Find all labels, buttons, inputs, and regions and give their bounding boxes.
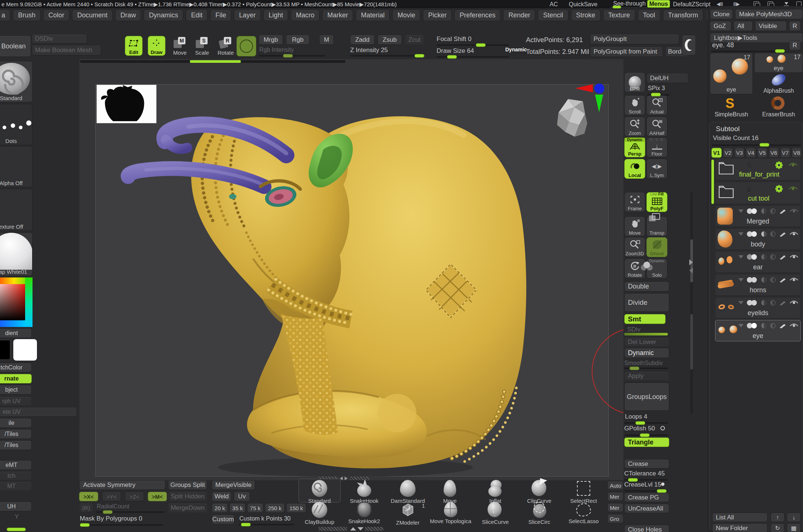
smooth-subdiv-handle[interactable] [629, 366, 639, 370]
uv-tiles-button[interactable]: /Tiles [0, 429, 32, 439]
current-tool-tile[interactable]: 17 eye [710, 53, 753, 94]
shelf-scrollbar[interactable] [690, 192, 693, 414]
ac-button[interactable]: AC [550, 1, 558, 8]
uncrease-all-button[interactable]: UnCreaseAll [624, 504, 669, 513]
clone-button[interactable]: Clone [710, 9, 733, 19]
left-tray-slider-handle[interactable] [7, 528, 26, 531]
edit-button[interactable]: Edit [125, 36, 143, 56]
subtool-tab-v7[interactable]: V7 [780, 148, 790, 158]
main-color-swatch[interactable] [13, 339, 37, 361]
viewport-canvas[interactable] [79, 59, 623, 480]
tool-name-track[interactable] [711, 51, 785, 52]
activate-symmetry-button[interactable]: Activate Symmetry [79, 480, 165, 490]
creaselvl-slider[interactable]: CreaseLvl 15 [624, 481, 661, 488]
shelf-scroll-arrow-right[interactable] [689, 259, 693, 265]
spix-handle[interactable] [651, 93, 661, 96]
subtool-tab-v2[interactable]: V2 [723, 148, 733, 158]
brush-selectlasso[interactable]: SelectLasso [563, 502, 604, 524]
folder-redo-button[interactable]: ↻ [770, 524, 785, 532]
crease-pg-button[interactable]: Crease PG [624, 493, 669, 502]
menu-item-macro[interactable]: Macro [291, 10, 320, 21]
groups-loops-button[interactable]: GroupsLoops [624, 383, 669, 411]
current-texture-tile[interactable]: exture Off [0, 189, 33, 231]
visible-count-track[interactable] [712, 144, 801, 146]
loops-handle[interactable] [635, 421, 645, 425]
menus-button[interactable]: Menus [647, 0, 670, 8]
double-button[interactable]: Double [624, 282, 669, 291]
decimate-20k-button[interactable]: 20 k [212, 503, 228, 513]
recent-tool-alphabrush-tile[interactable]: AlphaBrush [754, 74, 803, 94]
current-material-button[interactable] [236, 36, 256, 57]
color-picker[interactable] [0, 277, 33, 327]
visible-count-handle[interactable] [759, 143, 769, 147]
menu-item-color[interactable]: Color [43, 10, 69, 21]
subtool-item-icons[interactable] [738, 277, 798, 283]
polyf-button[interactable]: Line Fill PolyF [646, 192, 667, 212]
actual-button[interactable]: Actual [646, 95, 667, 115]
tool-name-handle[interactable] [775, 49, 785, 53]
scroll-button[interactable]: Scroll [624, 95, 645, 115]
mer-button-partial-2[interactable]: Mer [607, 503, 623, 512]
menu-item-texture[interactable]: Texture [603, 10, 635, 21]
frame-button[interactable]: Frame [624, 192, 645, 212]
close-holes-button[interactable]: Close Holes [624, 525, 669, 532]
see-through-handle[interactable] [612, 6, 621, 8]
mask-by-polygroups-track[interactable] [79, 524, 163, 526]
all-button[interactable]: All [734, 21, 753, 31]
new-folder-button[interactable]: New Folder [712, 524, 768, 532]
radial-r-button[interactable]: (R) [79, 503, 93, 512]
smt-button[interactable]: Smt [624, 314, 666, 324]
draw-size-handle[interactable] [447, 55, 457, 59]
tray-scroll-hatch-right[interactable] [365, 527, 383, 531]
local-button[interactable]: Local [624, 159, 645, 179]
menu-item-render[interactable]: Render [503, 10, 535, 21]
creaselvl-toggle[interactable] [661, 482, 664, 486]
r-load-button[interactable]: R [789, 40, 801, 50]
subtool-item-icons[interactable] [738, 254, 798, 260]
subtool-folder-final-for-print[interactable]: 5 final_for_print [715, 158, 801, 180]
create-mt-button[interactable]: eMT [0, 460, 32, 470]
brush-claybuildup[interactable]: ClayBuildup [298, 502, 341, 525]
tray-scroll-hatch-left[interactable] [318, 527, 347, 531]
sdiv-slider-bar[interactable] [624, 333, 668, 335]
focal-shift-slider[interactable]: Focal Shift 0 [437, 35, 472, 43]
sym-z-button[interactable]: >Z< [125, 492, 144, 501]
subtool-item-eyelids[interactable]: eyelids [715, 297, 801, 318]
tool-name-slider[interactable]: eye. 48 [712, 41, 734, 49]
menu-item-stencil[interactable]: Stencil [538, 10, 568, 21]
subtool-up-button[interactable]: ↑ [770, 513, 785, 522]
subtool-tab-v8[interactable]: V8 [792, 148, 802, 158]
m-button[interactable]: M [319, 35, 334, 45]
shelf-scroll-arrow-left[interactable] [689, 267, 693, 273]
focal-shift-handle[interactable] [476, 43, 486, 47]
mask-by-polygroups-slider[interactable]: Mask By Polygroups 0 [80, 515, 142, 522]
subtool-scroll-indicator[interactable] [711, 160, 714, 204]
menu-item-material[interactable]: Material [356, 10, 390, 21]
secondary-color-swatch[interactable] [0, 340, 10, 360]
divide-button[interactable]: Divide [624, 293, 669, 312]
sym-m-button[interactable]: >M< [148, 492, 167, 501]
merge-down-button[interactable]: MergeDown [168, 503, 207, 513]
auto-button-partial[interactable]: Auto [607, 481, 623, 490]
brush-selectrect[interactable]: SelectRect [563, 480, 604, 504]
gpolish-toggle[interactable] [660, 426, 665, 430]
custom-decimate-button[interactable]: Custom [212, 515, 235, 524]
menu-item-dynamics[interactable]: Dynamics [144, 10, 183, 21]
subtool-tab-v6[interactable]: V6 [769, 148, 779, 158]
subtool-item-icons[interactable] [738, 323, 798, 328]
solo-button[interactable]: Dynamic Solo [646, 259, 667, 279]
menu-item-brush[interactable]: Brush [13, 10, 41, 21]
menu-item-document[interactable]: Document [72, 10, 113, 21]
brush-damstandard[interactable]: DamStandard [387, 480, 428, 504]
z-intensity-handle[interactable] [414, 54, 424, 58]
quick-pick-button[interactable] [682, 35, 696, 55]
brush-standard[interactable]: Standard [298, 480, 341, 504]
ghost-button[interactable]: Ghost [646, 237, 667, 257]
sym-y-button[interactable]: >Y< [102, 492, 121, 501]
visible-count-slider[interactable]: Visible Count 16 [713, 134, 759, 142]
make-polymesh3d-button[interactable]: Make PolyMesh3D [735, 9, 803, 19]
z-intensity-slider[interactable]: Z Intensity 25 [350, 47, 388, 54]
object-button[interactable]: bject [0, 385, 32, 395]
recent-tool-eye-tile[interactable]: 17 eye [754, 53, 803, 73]
gpolish-handle[interactable] [640, 433, 650, 437]
